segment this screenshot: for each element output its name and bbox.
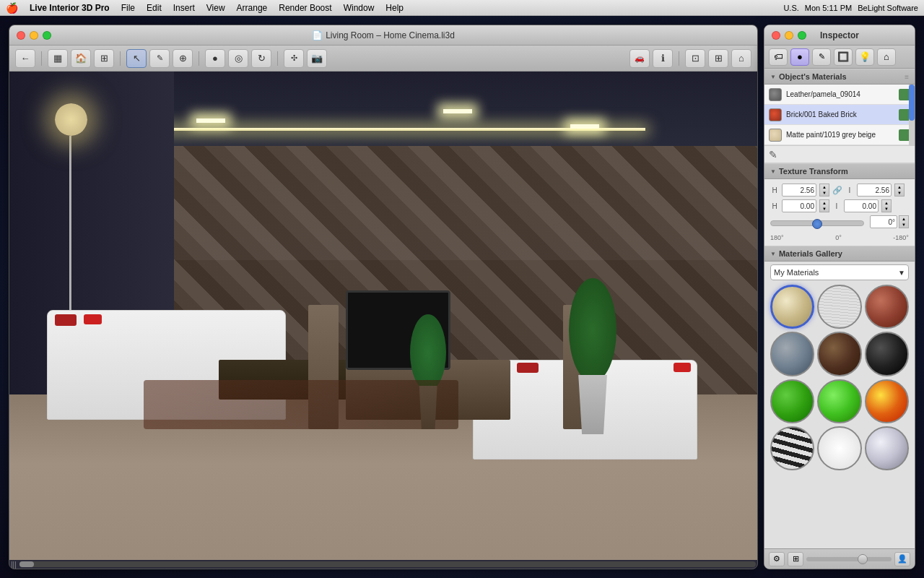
materials-menu-icon[interactable]: ≡ bbox=[905, 73, 909, 81]
floor-plan-button[interactable]: ▦ bbox=[48, 49, 68, 68]
gear-button[interactable]: ⚙ bbox=[769, 552, 785, 566]
camera-button[interactable]: 📷 bbox=[307, 49, 327, 68]
bottom-slider-thumb[interactable] bbox=[858, 554, 868, 564]
angle-slider-track[interactable] bbox=[770, 220, 864, 226]
select-button[interactable]: ↖ bbox=[126, 49, 147, 68]
angle-spin[interactable]: ▲ ▼ bbox=[899, 215, 909, 228]
inspector-minimize[interactable] bbox=[785, 31, 793, 40]
v-offset-up[interactable]: ▲ bbox=[882, 200, 891, 206]
material-item-brick[interactable]: Brick/001 Baked Brick bbox=[764, 105, 915, 125]
gallery-item-11[interactable] bbox=[865, 426, 909, 470]
gallery-item-9[interactable] bbox=[770, 426, 814, 470]
eye-button[interactable]: ◎ bbox=[228, 49, 248, 68]
tab-sphere[interactable]: ● bbox=[790, 48, 809, 66]
h-scale-down[interactable]: ▼ bbox=[820, 190, 829, 196]
angle-up[interactable]: ▲ bbox=[899, 216, 908, 222]
back-button[interactable]: ← bbox=[15, 49, 35, 68]
menu-arrange[interactable]: Arrange bbox=[237, 3, 268, 13]
h-offset-up[interactable]: ▲ bbox=[820, 200, 829, 206]
v-offset-down[interactable]: ▼ bbox=[882, 206, 891, 212]
material-item-leather[interactable]: Leather/pamela_09014 bbox=[764, 85, 915, 105]
section-triangle-texture: ▼ bbox=[770, 168, 776, 175]
gallery-item-3[interactable] bbox=[770, 332, 814, 376]
menu-insert[interactable]: Insert bbox=[173, 3, 195, 13]
swatch-leather bbox=[769, 88, 782, 101]
gallery-item-8[interactable] bbox=[865, 379, 909, 423]
frame2-button[interactable]: ⊞ bbox=[708, 49, 728, 68]
link-icon[interactable]: 🔗 bbox=[832, 186, 842, 195]
h-offset-down[interactable]: ▼ bbox=[820, 206, 829, 212]
person-button[interactable]: 👤 bbox=[894, 552, 910, 566]
v-scale-label: I bbox=[845, 186, 854, 194]
toolbar-sep-4 bbox=[277, 51, 278, 66]
gallery-item-2[interactable] bbox=[865, 285, 909, 329]
v-scale-spin[interactable]: ▲ ▼ bbox=[894, 184, 905, 197]
gallery-item-7[interactable] bbox=[817, 379, 861, 423]
bottom-slider-track[interactable] bbox=[806, 557, 892, 561]
frame1-button[interactable]: ⊡ bbox=[685, 49, 705, 68]
rotate-button[interactable]: ↻ bbox=[251, 49, 271, 68]
minimize-button[interactable] bbox=[30, 31, 38, 40]
menu-help[interactable]: Help bbox=[385, 3, 404, 13]
walls-button[interactable]: 🏠 bbox=[71, 49, 91, 68]
window-title-text: Living Room – Home Cinema.li3d bbox=[326, 30, 455, 40]
transform-row-scale: H ▲ ▼ 🔗 I ▲ ▼ bbox=[770, 184, 909, 197]
materials-scrollbar-thumb[interactable] bbox=[909, 85, 915, 121]
angle-down[interactable]: ▼ bbox=[899, 222, 908, 228]
scrollbar-track[interactable] bbox=[19, 561, 756, 567]
tab-paint[interactable]: ✎ bbox=[812, 48, 831, 66]
tab-texture[interactable]: 🔲 bbox=[834, 48, 853, 66]
view-options-button[interactable]: ⊞ bbox=[94, 49, 114, 68]
inspector-title: Inspector bbox=[820, 30, 859, 40]
v-offset-input[interactable] bbox=[844, 199, 879, 212]
inspector-maximize[interactable] bbox=[798, 31, 806, 40]
angle-row: ▲ ▼ bbox=[770, 215, 909, 231]
gallery-item-4[interactable] bbox=[817, 332, 861, 376]
h-scale-input[interactable] bbox=[782, 184, 816, 197]
info-button[interactable]: ℹ bbox=[653, 49, 673, 68]
v-offset-spin[interactable]: ▲ ▼ bbox=[881, 199, 892, 212]
material-item-matte[interactable]: Matte paint/1019 grey beige bbox=[764, 125, 915, 145]
tab-light[interactable]: 💡 bbox=[855, 48, 874, 66]
menu-file[interactable]: File bbox=[121, 3, 135, 13]
app-name[interactable]: Live Interior 3D Pro bbox=[30, 3, 110, 13]
h-scale-spin[interactable]: ▲ ▼ bbox=[819, 184, 829, 197]
v-offset-label: I bbox=[832, 202, 841, 210]
menu-window[interactable]: Window bbox=[344, 3, 375, 13]
menu-edit[interactable]: Edit bbox=[147, 3, 162, 13]
v-scale-up[interactable]: ▲ bbox=[895, 184, 904, 190]
move-button[interactable]: ⊕ bbox=[173, 49, 193, 68]
gallery-item-6[interactable] bbox=[770, 379, 814, 423]
object-button[interactable]: 🚗 bbox=[629, 49, 650, 68]
gallery-item-5[interactable] bbox=[865, 332, 909, 376]
gallery-item-1[interactable] bbox=[817, 285, 861, 329]
materials-scrollbar[interactable] bbox=[909, 85, 915, 145]
h-offset-spin[interactable]: ▲ ▼ bbox=[819, 199, 829, 212]
pencil-icon[interactable]: ✎ bbox=[769, 149, 777, 160]
angle-input[interactable] bbox=[870, 215, 897, 228]
menu-render-boost[interactable]: Render Boost bbox=[279, 3, 331, 13]
h-scale-up[interactable]: ▲ bbox=[820, 184, 829, 190]
close-button[interactable] bbox=[17, 31, 25, 40]
angle-slider-thumb[interactable] bbox=[812, 219, 822, 229]
apple-menu[interactable]: 🍎 bbox=[6, 2, 18, 14]
camera-setup-button[interactable]: ✣ bbox=[284, 49, 304, 68]
gallery-item-0[interactable] bbox=[770, 285, 814, 329]
maximize-button[interactable] bbox=[43, 31, 51, 40]
gallery-dropdown[interactable]: My Materials ▼ bbox=[770, 264, 909, 280]
viewport[interactable]: ||| bbox=[9, 72, 757, 569]
h-offset-input[interactable] bbox=[782, 199, 816, 212]
edit-button[interactable]: ✎ bbox=[149, 49, 170, 68]
tab-materials[interactable]: 🏷 bbox=[769, 48, 788, 66]
viewport-scrollbar[interactable]: ||| bbox=[9, 560, 757, 569]
scrollbar-thumb[interactable] bbox=[19, 561, 34, 567]
grid-button[interactable]: ⊞ bbox=[788, 552, 803, 566]
tab-home[interactable]: ⌂ bbox=[877, 48, 896, 66]
v-scale-down[interactable]: ▼ bbox=[895, 190, 904, 196]
home-button[interactable]: ⌂ bbox=[731, 49, 751, 68]
menu-view[interactable]: View bbox=[206, 3, 225, 13]
sphere-button[interactable]: ● bbox=[205, 49, 225, 68]
gallery-item-10[interactable] bbox=[817, 426, 861, 470]
inspector-close[interactable] bbox=[772, 31, 780, 40]
v-scale-input[interactable] bbox=[857, 184, 892, 197]
